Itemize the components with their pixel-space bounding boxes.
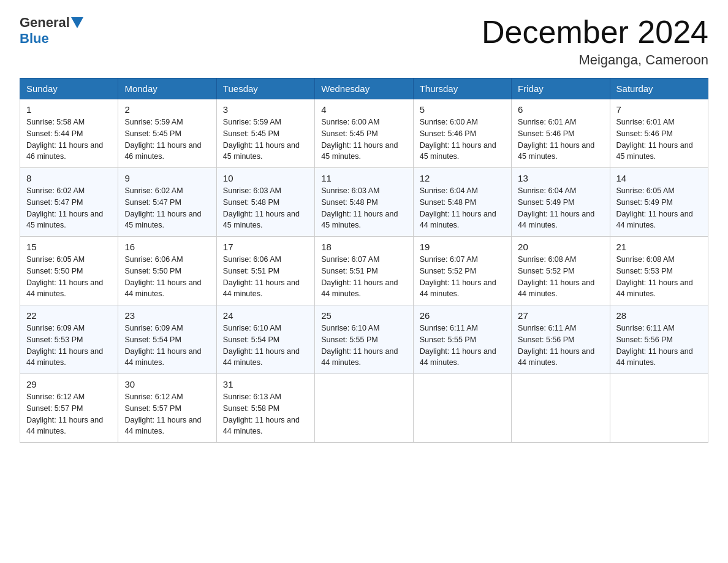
- calendar-cell: [315, 374, 413, 443]
- calendar-cell: [413, 374, 511, 443]
- logo-triangle-icon: [71, 17, 83, 28]
- day-number: 13: [518, 173, 603, 183]
- calendar-cell: 10Sunrise: 6:03 AMSunset: 5:48 PMDayligh…: [216, 168, 314, 237]
- day-number: 28: [616, 310, 702, 321]
- day-info: Sunrise: 6:06 AMSunset: 5:51 PMDaylight:…: [223, 255, 300, 298]
- day-number: 17: [223, 242, 308, 252]
- day-info: Sunrise: 6:13 AMSunset: 5:58 PMDaylight:…: [223, 393, 300, 435]
- day-number: 3: [223, 104, 308, 115]
- day-header-saturday: Saturday: [610, 79, 708, 99]
- day-info: Sunrise: 6:09 AMSunset: 5:54 PMDaylight:…: [124, 324, 201, 367]
- day-number: 16: [124, 242, 210, 252]
- calendar-cell: 19Sunrise: 6:07 AMSunset: 5:52 PMDayligh…: [413, 237, 511, 305]
- page-header: General Blue December 2024 Meiganga, Cam…: [20, 15, 708, 68]
- calendar-cell: 22Sunrise: 6:09 AMSunset: 5:53 PMDayligh…: [20, 305, 118, 374]
- calendar-header-row: SundayMondayTuesdayWednesdayThursdayFrid…: [20, 79, 708, 99]
- day-header-sunday: Sunday: [20, 79, 118, 99]
- calendar-cell: 8Sunrise: 6:02 AMSunset: 5:47 PMDaylight…: [20, 168, 118, 237]
- day-number: 12: [420, 173, 505, 183]
- calendar-cell: 30Sunrise: 6:12 AMSunset: 5:57 PMDayligh…: [118, 374, 216, 443]
- calendar-cell: 29Sunrise: 6:12 AMSunset: 5:57 PMDayligh…: [20, 374, 118, 443]
- day-number: 20: [518, 242, 603, 252]
- day-info: Sunrise: 5:59 AMSunset: 5:45 PMDaylight:…: [223, 118, 300, 161]
- day-number: 30: [124, 379, 210, 389]
- calendar-cell: 23Sunrise: 6:09 AMSunset: 5:54 PMDayligh…: [118, 305, 216, 374]
- day-number: 4: [321, 104, 406, 115]
- month-title: December 2024: [482, 15, 708, 50]
- day-info: Sunrise: 6:07 AMSunset: 5:52 PMDaylight:…: [420, 255, 496, 298]
- day-number: 21: [616, 242, 702, 252]
- calendar-cell: 5Sunrise: 6:00 AMSunset: 5:46 PMDaylight…: [413, 99, 511, 168]
- day-info: Sunrise: 6:10 AMSunset: 5:54 PMDaylight:…: [223, 324, 300, 367]
- day-info: Sunrise: 6:06 AMSunset: 5:50 PMDaylight:…: [124, 255, 201, 298]
- calendar-cell: 11Sunrise: 6:03 AMSunset: 5:48 PMDayligh…: [315, 168, 413, 237]
- day-number: 15: [26, 242, 112, 252]
- day-number: 22: [26, 310, 112, 321]
- calendar-cell: 7Sunrise: 6:01 AMSunset: 5:46 PMDaylight…: [610, 99, 708, 168]
- calendar-cell: [610, 374, 708, 443]
- day-info: Sunrise: 6:05 AMSunset: 5:50 PMDaylight:…: [26, 255, 103, 298]
- day-info: Sunrise: 6:08 AMSunset: 5:52 PMDaylight:…: [518, 255, 594, 298]
- calendar-cell: 4Sunrise: 6:00 AMSunset: 5:45 PMDaylight…: [315, 99, 413, 168]
- calendar-cell: [512, 374, 610, 443]
- calendar-week-row: 29Sunrise: 6:12 AMSunset: 5:57 PMDayligh…: [20, 374, 708, 443]
- calendar-body: 1Sunrise: 5:58 AMSunset: 5:44 PMDaylight…: [20, 99, 708, 443]
- day-number: 7: [616, 104, 702, 115]
- day-info: Sunrise: 6:03 AMSunset: 5:48 PMDaylight:…: [223, 186, 300, 229]
- calendar-cell: 24Sunrise: 6:10 AMSunset: 5:54 PMDayligh…: [216, 305, 314, 374]
- day-number: 1: [26, 104, 112, 115]
- day-number: 2: [124, 104, 210, 115]
- day-header-tuesday: Tuesday: [216, 79, 314, 99]
- calendar-week-row: 8Sunrise: 6:02 AMSunset: 5:47 PMDaylight…: [20, 168, 708, 237]
- day-info: Sunrise: 6:10 AMSunset: 5:55 PMDaylight:…: [321, 324, 398, 367]
- day-header-wednesday: Wednesday: [315, 79, 413, 99]
- calendar-table: SundayMondayTuesdayWednesdayThursdayFrid…: [20, 78, 708, 443]
- day-info: Sunrise: 6:12 AMSunset: 5:57 PMDaylight:…: [26, 393, 103, 435]
- day-info: Sunrise: 6:00 AMSunset: 5:45 PMDaylight:…: [321, 118, 398, 161]
- calendar-week-row: 22Sunrise: 6:09 AMSunset: 5:53 PMDayligh…: [20, 305, 708, 374]
- day-info: Sunrise: 6:01 AMSunset: 5:46 PMDaylight:…: [616, 118, 693, 161]
- calendar-cell: 27Sunrise: 6:11 AMSunset: 5:56 PMDayligh…: [512, 305, 610, 374]
- logo-general-text: General: [20, 15, 70, 31]
- day-number: 27: [518, 310, 603, 321]
- calendar-cell: 21Sunrise: 6:08 AMSunset: 5:53 PMDayligh…: [610, 237, 708, 305]
- calendar-cell: 12Sunrise: 6:04 AMSunset: 5:48 PMDayligh…: [413, 168, 511, 237]
- calendar-week-row: 1Sunrise: 5:58 AMSunset: 5:44 PMDaylight…: [20, 99, 708, 168]
- day-number: 23: [124, 310, 210, 321]
- day-number: 31: [223, 379, 308, 389]
- logo-blue-text: Blue: [20, 31, 49, 47]
- day-header-friday: Friday: [512, 79, 610, 99]
- calendar-cell: 1Sunrise: 5:58 AMSunset: 5:44 PMDaylight…: [20, 99, 118, 168]
- day-header-monday: Monday: [118, 79, 216, 99]
- day-info: Sunrise: 6:07 AMSunset: 5:51 PMDaylight:…: [321, 255, 398, 298]
- day-number: 25: [321, 310, 406, 321]
- calendar-cell: 28Sunrise: 6:11 AMSunset: 5:56 PMDayligh…: [610, 305, 708, 374]
- day-info: Sunrise: 5:59 AMSunset: 5:45 PMDaylight:…: [124, 118, 201, 161]
- calendar-cell: 26Sunrise: 6:11 AMSunset: 5:55 PMDayligh…: [413, 305, 511, 374]
- day-info: Sunrise: 6:02 AMSunset: 5:47 PMDaylight:…: [124, 186, 201, 229]
- day-info: Sunrise: 6:08 AMSunset: 5:53 PMDaylight:…: [616, 255, 693, 298]
- calendar-cell: 13Sunrise: 6:04 AMSunset: 5:49 PMDayligh…: [512, 168, 610, 237]
- day-info: Sunrise: 6:11 AMSunset: 5:55 PMDaylight:…: [420, 324, 496, 367]
- calendar-cell: 15Sunrise: 6:05 AMSunset: 5:50 PMDayligh…: [20, 237, 118, 305]
- day-info: Sunrise: 6:01 AMSunset: 5:46 PMDaylight:…: [518, 118, 594, 161]
- day-info: Sunrise: 6:04 AMSunset: 5:48 PMDaylight:…: [420, 186, 496, 229]
- day-info: Sunrise: 6:12 AMSunset: 5:57 PMDaylight:…: [124, 393, 201, 435]
- day-number: 10: [223, 173, 308, 183]
- day-number: 18: [321, 242, 406, 252]
- day-number: 26: [420, 310, 505, 321]
- day-number: 14: [616, 173, 702, 183]
- day-number: 19: [420, 242, 505, 252]
- calendar-week-row: 15Sunrise: 6:05 AMSunset: 5:50 PMDayligh…: [20, 237, 708, 305]
- day-info: Sunrise: 6:09 AMSunset: 5:53 PMDaylight:…: [26, 324, 103, 367]
- calendar-cell: 9Sunrise: 6:02 AMSunset: 5:47 PMDaylight…: [118, 168, 216, 237]
- title-block: December 2024 Meiganga, Cameroon: [482, 15, 708, 68]
- day-number: 9: [124, 173, 210, 183]
- day-number: 11: [321, 173, 406, 183]
- calendar-cell: 20Sunrise: 6:08 AMSunset: 5:52 PMDayligh…: [512, 237, 610, 305]
- day-info: Sunrise: 6:04 AMSunset: 5:49 PMDaylight:…: [518, 186, 594, 229]
- location-subtitle: Meiganga, Cameroon: [482, 52, 708, 68]
- day-info: Sunrise: 6:00 AMSunset: 5:46 PMDaylight:…: [420, 118, 496, 161]
- logo: General Blue: [20, 15, 85, 47]
- calendar-cell: 17Sunrise: 6:06 AMSunset: 5:51 PMDayligh…: [216, 237, 314, 305]
